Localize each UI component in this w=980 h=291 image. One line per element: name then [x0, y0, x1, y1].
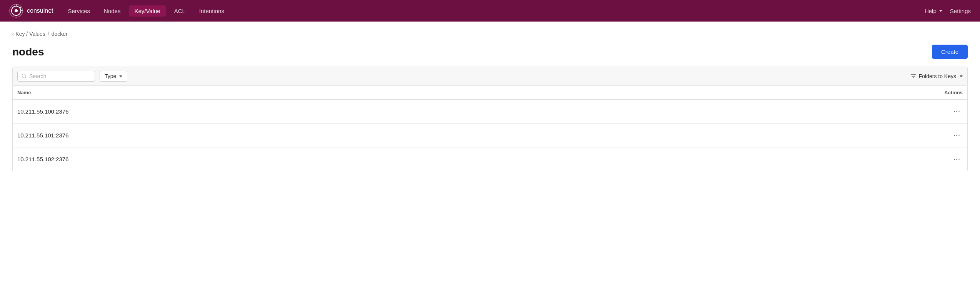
type-chevron-icon: [119, 75, 122, 77]
row-name-1: 10.211.55.101:2376: [17, 132, 68, 139]
col-actions-header: Actions: [944, 90, 963, 95]
breadcrumb-keyvalues[interactable]: Key / Values: [15, 31, 45, 37]
help-chevron-icon: [939, 10, 942, 12]
create-button[interactable]: Create: [932, 45, 968, 59]
page-title: nodes: [12, 46, 44, 58]
table-row[interactable]: 10.211.55.102:2376 ···: [13, 147, 967, 171]
main-content: ‹ Key / Values / docker nodes Create Typ…: [0, 22, 980, 181]
svg-point-2: [15, 9, 18, 12]
type-filter-button[interactable]: Type: [100, 71, 127, 82]
breadcrumb: ‹ Key / Values / docker: [12, 31, 968, 37]
type-label: Type: [105, 73, 116, 79]
row-actions-2: ···: [951, 154, 963, 164]
nav-right: Help Settings: [925, 8, 971, 14]
filter-icon: [910, 73, 917, 79]
row-name-2: 10.211.55.102:2376: [17, 156, 68, 162]
nav-intentions[interactable]: Intentions: [194, 5, 230, 17]
nav-nodes[interactable]: Nodes: [98, 5, 126, 17]
folders-label: Folders to Keys: [919, 73, 956, 79]
breadcrumb-current: docker: [52, 31, 68, 37]
page-header: nodes Create: [12, 45, 968, 59]
navbar: consulnet Services Nodes Key/Value ACL I…: [0, 0, 980, 22]
table-header: Name Actions: [13, 86, 967, 100]
brand-icon: [9, 4, 23, 18]
brand: consulnet: [9, 4, 53, 18]
search-box: [17, 71, 95, 82]
table: Name Actions 10.211.55.100:2376 ··· 10.2…: [12, 86, 968, 171]
col-name-header: Name: [17, 90, 31, 95]
breadcrumb-separator: /: [48, 31, 49, 37]
svg-line-4: [20, 7, 22, 8]
svg-line-7: [25, 77, 26, 78]
table-row[interactable]: 10.211.55.101:2376 ···: [13, 124, 967, 147]
folders-to-keys-button[interactable]: Folders to Keys: [910, 73, 963, 79]
settings-link[interactable]: Settings: [950, 8, 971, 14]
row-name-0: 10.211.55.100:2376: [17, 108, 68, 115]
row-actions-1: ···: [951, 130, 963, 140]
search-input[interactable]: [29, 73, 91, 79]
toolbar: Type Folders to Keys: [12, 67, 968, 86]
help-menu[interactable]: Help: [925, 8, 942, 14]
more-actions-button-2[interactable]: ···: [951, 154, 963, 164]
help-label: Help: [925, 8, 937, 14]
nav-services[interactable]: Services: [63, 5, 96, 17]
nav-keyvalue[interactable]: Key/Value: [129, 5, 165, 17]
folders-chevron-icon: [960, 75, 963, 77]
table-row[interactable]: 10.211.55.100:2376 ···: [13, 100, 967, 124]
search-icon: [22, 74, 27, 79]
row-actions-0: ···: [951, 107, 963, 116]
brand-label: consulnet: [27, 7, 53, 14]
back-arrow-icon: ‹: [12, 31, 14, 37]
more-actions-button-1[interactable]: ···: [951, 130, 963, 140]
more-actions-button-0[interactable]: ···: [951, 107, 963, 116]
nav-acl[interactable]: ACL: [169, 5, 191, 17]
breadcrumb-back[interactable]: ‹ Key / Values: [12, 31, 45, 37]
